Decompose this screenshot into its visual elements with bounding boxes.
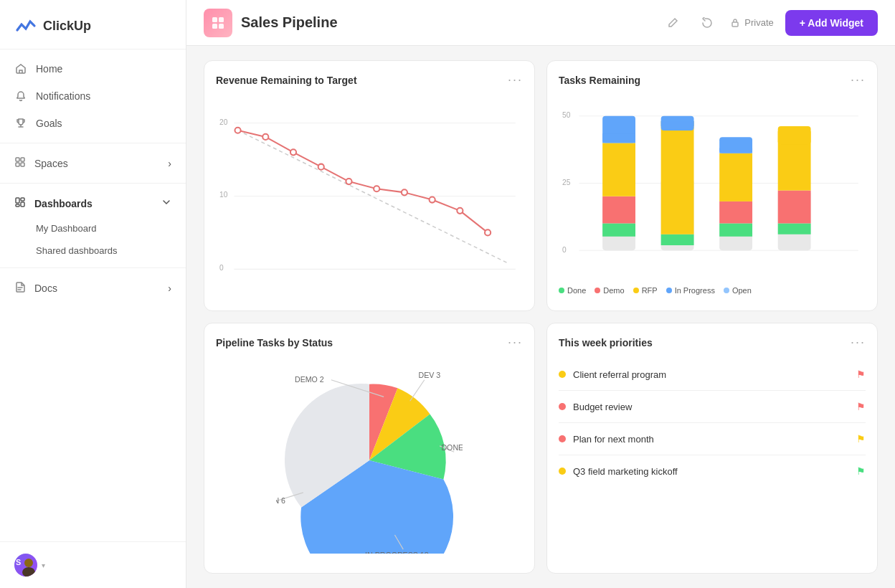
svg-text:20: 20 xyxy=(219,118,228,126)
svg-rect-60 xyxy=(778,126,811,144)
edit-button[interactable] xyxy=(661,11,684,34)
sidebar: ClickUp Home Notifications Goals xyxy=(0,0,186,588)
refresh-button[interactable] xyxy=(696,11,719,34)
svg-rect-13 xyxy=(212,24,217,29)
svg-rect-0 xyxy=(16,158,19,161)
tasks-widget-header: Tasks Remaining ··· xyxy=(559,72,866,87)
priority-flag-0: ⚑ xyxy=(856,369,866,380)
svg-rect-53 xyxy=(719,153,752,201)
svg-rect-7 xyxy=(16,204,19,207)
sidebar-docs-label: Docs xyxy=(34,283,57,294)
svg-text:DEMO 2: DEMO 2 xyxy=(295,375,324,384)
svg-point-23 xyxy=(235,128,240,133)
pipeline-widget-menu[interactable]: ··· xyxy=(508,335,523,350)
sidebar-shared-dashboards[interactable]: Shared dashboards xyxy=(0,240,186,262)
revenue-widget-menu[interactable]: ··· xyxy=(508,72,523,87)
inprogress-dot xyxy=(666,288,672,293)
priority-dot-2 xyxy=(559,435,566,442)
svg-rect-4 xyxy=(16,198,19,203)
svg-rect-40 xyxy=(602,223,635,236)
legend-inprogress: In Progress xyxy=(666,286,715,295)
svg-rect-55 xyxy=(719,148,752,153)
svg-point-32 xyxy=(485,229,491,235)
user-dropdown-icon: ▾ xyxy=(42,561,45,569)
open-dot xyxy=(724,288,729,293)
svg-rect-15 xyxy=(732,22,738,27)
svg-rect-47 xyxy=(661,121,694,234)
priority-flag-2: ⚑ xyxy=(856,433,866,445)
sidebar-docs-group[interactable]: Docs › xyxy=(0,274,186,302)
priorities-widget-header: This week priorities ··· xyxy=(559,335,866,350)
sidebar-item-notifications[interactable]: Notifications xyxy=(0,82,186,110)
docs-icon xyxy=(14,281,26,295)
svg-line-22 xyxy=(238,131,508,263)
svg-point-30 xyxy=(430,196,435,202)
svg-rect-52 xyxy=(719,201,752,224)
svg-rect-11 xyxy=(212,17,217,22)
priority-item-0: Client referral program ⚑ xyxy=(559,359,866,391)
svg-point-27 xyxy=(346,179,351,184)
sidebar-divider-2 xyxy=(0,183,186,184)
legend-demo: Demo xyxy=(595,286,624,295)
demo-dot xyxy=(595,288,600,293)
svg-point-25 xyxy=(290,149,296,155)
sidebar-item-goals[interactable]: Goals xyxy=(0,110,186,137)
dashboard-grid-icon xyxy=(210,15,226,31)
priority-flag-3: ⚑ xyxy=(856,465,866,477)
topbar: Sales Pipeline Private + Add Widget xyxy=(186,0,895,46)
user-avatar-wrap[interactable]: S ▾ xyxy=(14,554,45,577)
svg-rect-51 xyxy=(719,223,752,236)
rfp-label: RFP xyxy=(642,286,658,295)
dashboards-icon xyxy=(14,196,26,210)
private-badge: Private xyxy=(730,17,773,28)
dashboards-chevron-icon xyxy=(161,197,171,209)
priorities-widget-menu[interactable]: ··· xyxy=(851,335,866,350)
topbar-right: Private + Add Widget xyxy=(661,10,878,36)
shared-dashboards-label: Shared dashboards xyxy=(36,245,117,256)
pipeline-widget-body: DEMO 2 DEV 3 DONE 5 IN PROGRESS 18 OPEN … xyxy=(216,359,523,561)
sidebar-spaces-group[interactable]: Spaces › xyxy=(0,149,186,177)
sidebar-dashboards-group[interactable]: Dashboards xyxy=(0,189,186,217)
svg-text:10: 10 xyxy=(219,191,228,199)
sidebar-divider-3 xyxy=(0,267,186,268)
revenue-line-chart: 20 10 0 xyxy=(216,96,523,299)
svg-rect-3 xyxy=(21,163,24,166)
svg-text:50: 50 xyxy=(562,111,571,119)
svg-rect-57 xyxy=(778,223,811,234)
svg-rect-42 xyxy=(602,143,635,196)
priority-item-1: Budget review ⚑ xyxy=(559,391,866,423)
svg-point-24 xyxy=(262,134,268,140)
sidebar-item-home[interactable]: Home xyxy=(0,55,186,82)
priority-dot-1 xyxy=(559,403,566,410)
priorities-widget-body: Client referral program ⚑ Budget review … xyxy=(559,359,866,561)
priority-dot-0 xyxy=(559,371,566,378)
add-widget-button[interactable]: + Add Widget xyxy=(785,10,878,36)
refresh-icon xyxy=(701,17,713,29)
svg-rect-14 xyxy=(219,24,224,29)
sidebar-my-dashboard[interactable]: My Dashboard xyxy=(0,217,186,240)
svg-rect-44 xyxy=(602,133,635,143)
svg-rect-41 xyxy=(602,196,635,224)
avatar: S xyxy=(14,554,37,577)
my-dashboard-label: My Dashboard xyxy=(36,223,97,234)
sidebar-nav: Home Notifications Goals Spaces › xyxy=(0,49,186,541)
open-label: Open xyxy=(732,286,752,295)
svg-text:OPEN 6: OPEN 6 xyxy=(276,496,285,505)
inprogress-label: In Progress xyxy=(675,286,715,295)
tasks-widget-menu[interactable]: ··· xyxy=(851,72,866,87)
svg-text:0: 0 xyxy=(562,246,567,254)
svg-text:IN PROGRESS 18: IN PROGRESS 18 xyxy=(365,550,429,553)
lock-icon xyxy=(730,18,740,28)
svg-rect-12 xyxy=(219,17,224,22)
private-label: Private xyxy=(744,17,773,28)
sidebar-dashboards-label: Dashboards xyxy=(34,198,93,209)
svg-point-31 xyxy=(457,208,463,214)
page-title: Sales Pipeline xyxy=(241,14,338,31)
done-dot xyxy=(559,288,564,293)
priority-dot-3 xyxy=(559,468,566,475)
pipeline-widget-header: Pipeline Tasks by Status ··· xyxy=(216,335,523,350)
spaces-chevron-icon: › xyxy=(168,158,171,169)
svg-rect-1 xyxy=(21,158,24,161)
tasks-bar-chart: 50 25 0 xyxy=(559,96,866,278)
tasks-widget-title: Tasks Remaining xyxy=(559,75,640,86)
